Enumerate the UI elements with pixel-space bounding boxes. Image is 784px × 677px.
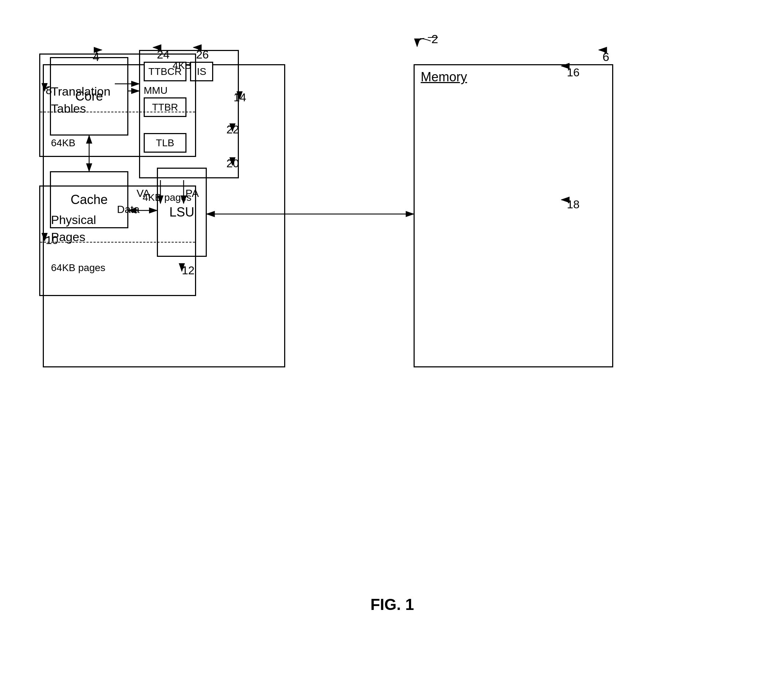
label-22: 22 (226, 123, 239, 136)
physical-dashed-line (40, 242, 195, 243)
label-20: 20 (226, 157, 239, 170)
label-2: 2 (431, 32, 438, 46)
label-18: 18 (567, 198, 580, 211)
physical-box: 4KB pages Physical Pages 64KB pages (39, 186, 196, 296)
translation-4kb: 4KB (173, 60, 191, 71)
label-16: 16 (567, 66, 580, 79)
memory-outer-box (414, 64, 613, 367)
label-26: 26 (196, 48, 209, 61)
physical-64kb: 64KB pages (51, 262, 106, 274)
translation-box: 4KB Translation Tables 64KB (39, 53, 196, 157)
translation-dashed-line (40, 112, 195, 112)
is-label: IS (197, 66, 206, 77)
label-6: 6 (602, 50, 609, 64)
translation-64kb: 64KB (51, 137, 76, 149)
physical-text: Physical Pages (51, 212, 96, 245)
label-14: 14 (233, 91, 246, 104)
physical-4kb: 4KB pages (143, 192, 191, 203)
figure-caption: FIG. 1 (370, 596, 414, 613)
memory-label: Memory (421, 70, 467, 84)
